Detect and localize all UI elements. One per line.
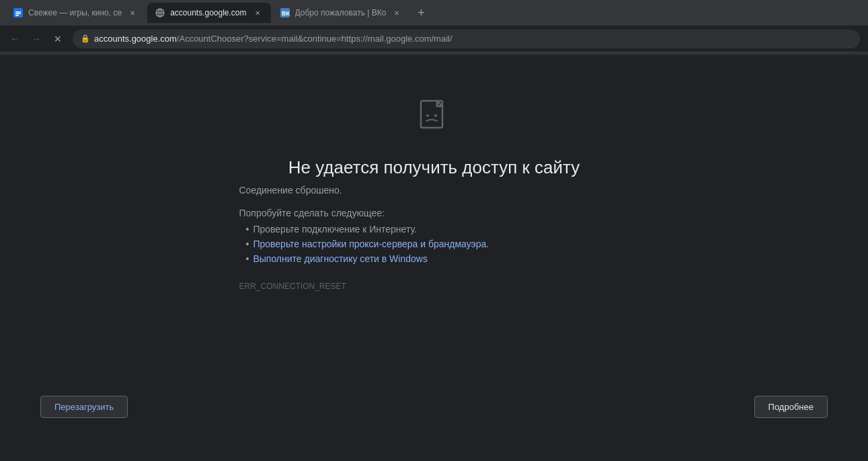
svg-rect-10 xyxy=(421,101,442,128)
address-bar-url: accounts.google.com/AccountChooser?servi… xyxy=(94,34,852,44)
error-block: Не удается получить доступ к сайту Соеди… xyxy=(239,157,629,312)
tab-3[interactable]: ВК Добро пожаловать | ВКо ✕ xyxy=(272,3,411,23)
suggestion-2-link[interactable]: Проверьте настройки прокси-сервера и бра… xyxy=(253,239,489,249)
new-tab-icon: + xyxy=(418,6,425,20)
suggestion-3-link[interactable]: Выполните диагностику сети в Windows xyxy=(253,253,427,264)
address-bar[interactable]: 🔒 accounts.google.com/AccountChooser?ser… xyxy=(73,30,860,48)
error-icon xyxy=(411,95,457,144)
browser-chrome: Свежее — игры, кино, се ✕ accounts.googl… xyxy=(0,0,868,55)
bullet-2: • xyxy=(246,239,249,249)
back-button[interactable]: ← xyxy=(5,30,24,48)
tab-2-favicon xyxy=(155,8,165,17)
lock-icon: 🔒 xyxy=(81,34,90,43)
tab-3-favicon: ВК xyxy=(280,8,290,17)
tab-bar: Свежее — игры, кино, се ✕ accounts.googl… xyxy=(0,0,868,26)
list-item: • Проверьте подключение к Интернету. xyxy=(246,224,489,235)
reload-button[interactable]: ✕ xyxy=(48,30,67,48)
tab-1-favicon xyxy=(13,8,23,17)
reload-icon: ✕ xyxy=(54,34,62,44)
url-path: /AccountChooser?service=mail&continue=ht… xyxy=(177,34,452,44)
tab-3-close[interactable]: ✕ xyxy=(391,7,402,18)
tab-2-close[interactable]: ✕ xyxy=(252,7,263,18)
url-domain: accounts.google.com xyxy=(94,34,177,44)
tab-1-label: Свежее — игры, кино, се xyxy=(28,8,122,17)
svg-rect-1 xyxy=(15,11,21,13)
svg-rect-0 xyxy=(13,8,23,17)
new-tab-button[interactable]: + xyxy=(411,3,430,22)
reload-page-button[interactable]: Перезагрузить xyxy=(40,396,128,418)
suggestions-list: • Проверьте подключение к Интернету. • П… xyxy=(239,224,489,268)
svg-text:ВК: ВК xyxy=(282,10,290,17)
svg-rect-2 xyxy=(15,13,21,15)
tab-3-label: Добро пожаловать | ВКо xyxy=(295,8,387,17)
error-page: Не удается получить доступ к сайту Соеди… xyxy=(0,55,868,431)
forward-button[interactable]: → xyxy=(27,30,46,48)
tab-2-label: accounts.google.com xyxy=(170,8,246,17)
suggestion-1: Проверьте подключение к Интернету. xyxy=(253,224,417,235)
details-button[interactable]: Подробнее xyxy=(754,396,828,418)
svg-rect-3 xyxy=(15,15,19,16)
svg-point-11 xyxy=(426,114,429,117)
tab-2[interactable]: accounts.google.com ✕ xyxy=(147,3,270,23)
tab-1-close[interactable]: ✕ xyxy=(127,7,138,18)
forward-icon: → xyxy=(32,34,41,44)
error-title: Не удается получить доступ к сайту xyxy=(288,157,580,178)
bullet-3: • xyxy=(246,253,249,264)
toolbar: ← → ✕ 🔒 accounts.google.com/AccountChoos… xyxy=(0,26,868,52)
back-icon: ← xyxy=(10,34,19,44)
error-code: ERR_CONNECTION_RESET xyxy=(239,282,346,291)
error-subtitle: Соединение сброшено. xyxy=(239,185,342,196)
bullet-1: • xyxy=(246,224,249,235)
tab-1[interactable]: Свежее — игры, кино, се ✕ xyxy=(5,3,146,23)
action-buttons-row: Перезагрузить Подробнее xyxy=(0,396,868,418)
svg-point-12 xyxy=(434,114,437,117)
suggestions-heading: Попробуйте сделать следующее: xyxy=(239,208,385,218)
list-item: • Выполните диагностику сети в Windows xyxy=(246,253,489,264)
list-item: • Проверьте настройки прокси-сервера и б… xyxy=(246,239,489,249)
